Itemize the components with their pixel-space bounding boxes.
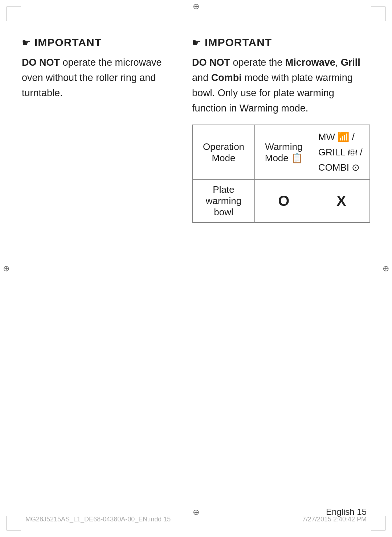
crosshair-right-icon: ⊕ — [383, 264, 389, 273]
table-cell-label: Platewarmingbowl — [193, 180, 255, 223]
right-column: ☛ IMPORTANT DO NOT operate the Microwave… — [192, 36, 370, 225]
left-column: ☛ IMPORTANT DO NOT operate the microwave… — [22, 36, 170, 225]
table-cell-x: X — [313, 180, 369, 223]
table-header-mw: MW 📶 /GRILL 🍽 /COMBI ⊙ — [313, 125, 369, 180]
right-grill: Grill — [341, 57, 360, 68]
footer-line — [22, 506, 370, 506]
crosshair-bottom-icon: ⊕ — [193, 508, 199, 517]
right-important-icon: ☛ — [192, 37, 201, 49]
table-header-operation: OperationMode — [193, 125, 255, 180]
table-header-warming: WarmingMode 📋 — [254, 125, 313, 180]
corner-mark-tr — [371, 7, 385, 21]
left-body-text: DO NOT operate the microwave oven withou… — [22, 55, 170, 101]
crosshair-left-icon: ⊕ — [3, 264, 9, 273]
table-cell-o: O — [254, 180, 313, 223]
right-combi: Combi — [211, 72, 242, 83]
right-microwave: Microwave — [285, 57, 335, 68]
main-content: ☛ IMPORTANT DO NOT operate the microwave… — [22, 36, 370, 225]
right-body-text: DO NOT operate the Microwave, Grill and … — [192, 55, 370, 116]
corner-mark-tl — [7, 7, 21, 21]
crosshair-top-icon: ⊕ — [192, 3, 200, 10]
left-important-title: IMPORTANT — [34, 36, 102, 49]
right-important-title: IMPORTANT — [205, 36, 272, 49]
table-row: Platewarmingbowl O X — [193, 180, 370, 223]
right-do-not: DO NOT — [192, 57, 230, 68]
footer-file-info: MG28J5215AS_L1_DE68-04380A-00_EN.indd 15 — [25, 516, 171, 523]
corner-mark-br — [371, 516, 385, 530]
left-important-header: ☛ IMPORTANT — [22, 36, 170, 49]
modes-table: OperationMode WarmingMode 📋 MW 📶 /GRILL … — [192, 125, 370, 223]
table-container: OperationMode WarmingMode 📋 MW 📶 /GRILL … — [192, 125, 370, 223]
footer-date-info: 7/27/2015 2:40:42 PM — [302, 516, 367, 523]
left-do-not: DO NOT — [22, 57, 60, 68]
right-important-header: ☛ IMPORTANT — [192, 36, 370, 49]
left-important-icon: ☛ — [22, 37, 31, 49]
corner-mark-bl — [7, 516, 21, 530]
